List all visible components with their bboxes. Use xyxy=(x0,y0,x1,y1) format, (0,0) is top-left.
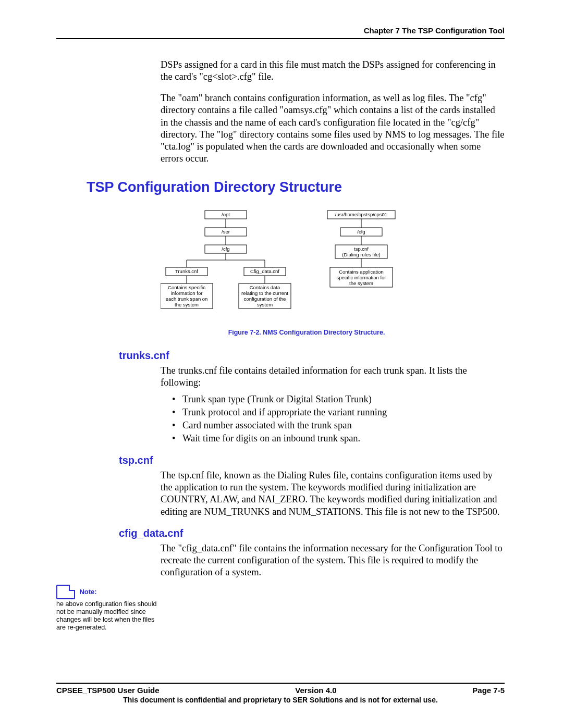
footer-confidential: This document is confidential and propri… xyxy=(56,696,505,704)
tsp-para: The tsp.cnf file, known as the Dialing R… xyxy=(161,470,505,518)
section-heading: TSP Configuration Directory Structure xyxy=(87,179,505,195)
footer-rule xyxy=(56,683,505,684)
cfig-heading: cfig_data.cnf xyxy=(119,527,505,539)
svg-text:configuration of the: configuration of the xyxy=(244,296,286,302)
directory-structure-diagram: /opt /ser /cfg Trunks.cnf Contains speci… xyxy=(161,208,437,323)
svg-text:/opt: /opt xyxy=(222,212,230,217)
margin-note: Note: he above configuration files shoul… xyxy=(56,585,158,632)
svg-text:relating to the current: relating to the current xyxy=(241,290,288,296)
chapter-header: Chapter 7 The TSP Configuration Tool xyxy=(56,26,505,35)
footer-page-number: Page 7-5 xyxy=(472,686,505,695)
figure-caption: Figure 7-2. NMS Configuration Directory … xyxy=(161,329,452,336)
note-icon xyxy=(56,585,75,599)
svg-text:/cfg: /cfg xyxy=(357,229,365,235)
svg-text:the system: the system xyxy=(349,280,373,286)
page-footer: CPSEE_TSP500 User Guide Version 4.0 Page… xyxy=(56,683,505,704)
svg-text:Contains specific: Contains specific xyxy=(168,285,205,290)
svg-text:information for: information for xyxy=(171,290,203,296)
list-item: Trunk span type (Trunk or Digital Statio… xyxy=(172,393,505,406)
trunks-para: The trunks.cnf file contains detailed in… xyxy=(161,365,505,389)
svg-text:each trunk span on: each trunk span on xyxy=(166,296,208,302)
svg-text:/ser: /ser xyxy=(222,229,230,235)
svg-text:/usr/home/cpstsp/cps01: /usr/home/cpstsp/cps01 xyxy=(335,212,387,217)
trunks-heading: trunks.cnf xyxy=(119,350,505,362)
trunks-list: Trunk span type (Trunk or Digital Statio… xyxy=(172,393,505,445)
intro-para-1: DSPs assigned for a card in this file mu… xyxy=(161,59,505,83)
intro-para-2: The "oam" branch contains configuration … xyxy=(161,92,505,165)
list-item: Card number associated with the trunk sp… xyxy=(172,419,505,432)
svg-text:system: system xyxy=(257,302,273,307)
note-label: Note: xyxy=(79,585,96,599)
tsp-heading: tsp.cnf xyxy=(119,454,505,466)
svg-text:/cfg: /cfg xyxy=(222,246,229,252)
note-body: he above configuration files should not … xyxy=(56,600,158,632)
svg-text:Trunks.cnf: Trunks.cnf xyxy=(175,268,198,274)
header-rule xyxy=(56,38,505,39)
svg-text:(Dialing rules file): (Dialing rules file) xyxy=(342,252,380,257)
svg-text:Contains data: Contains data xyxy=(250,285,280,290)
list-item: Trunk protocol and if appropriate the va… xyxy=(172,406,505,419)
svg-text:specific information for: specific information for xyxy=(336,275,386,280)
svg-text:tsp.cnf: tsp.cnf xyxy=(354,246,369,252)
svg-text:Cfig_data.cnf: Cfig_data.cnf xyxy=(250,268,279,274)
cfig-para: The "cfig_data.cnf" file contains the in… xyxy=(161,542,505,578)
svg-text:Contains application: Contains application xyxy=(339,269,384,275)
svg-text:the system: the system xyxy=(175,302,199,307)
list-item: Wait time for digits on an inbound trunk… xyxy=(172,432,505,445)
footer-doc-title: CPSEE_TSP500 User Guide xyxy=(56,686,160,695)
footer-version: Version 4.0 xyxy=(295,686,336,695)
